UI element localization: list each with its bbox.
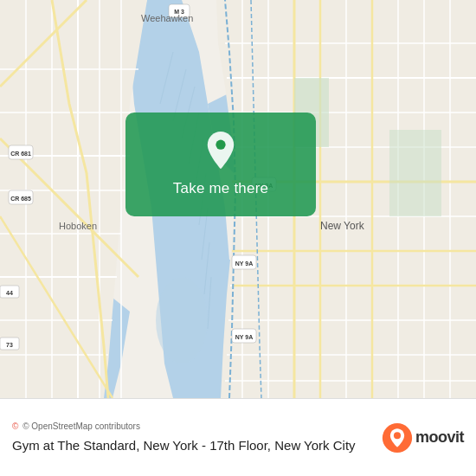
moovit-text: moovit [415,428,464,447]
map-container: NY 9A NY 9A NY 9A CR 681 CR 685 44 73 M … [0,0,476,398]
svg-text:CR 685: CR 685 [10,196,31,202]
bottom-bar: © © OpenStreetMap contributors Gym at Th… [0,398,476,476]
svg-point-79 [156,277,208,363]
take-me-there-button[interactable]: Take me there [125,113,316,216]
svg-point-80 [215,140,225,150]
location-title: Gym at The Standard, New York - 17th Flo… [12,436,373,454]
moovit-icon [382,422,413,453]
svg-text:NY 9A: NY 9A [235,261,254,267]
osm-credit-text: © OpenStreetMap contributors [23,421,140,431]
copyright-icon: © [12,421,18,431]
osm-credit: © © OpenStreetMap contributors [12,421,373,431]
svg-text:73: 73 [6,342,13,348]
bottom-text-block: © © OpenStreetMap contributors Gym at Th… [12,421,373,454]
location-pin-icon [200,132,241,173]
svg-rect-66 [389,130,441,216]
take-me-there-label: Take me there [173,180,268,197]
svg-text:Weehawken: Weehawken [141,13,193,23]
svg-text:44: 44 [6,290,13,296]
svg-text:Hoboken: Hoboken [59,221,97,231]
moovit-logo: moovit [382,422,464,453]
svg-point-82 [394,432,401,439]
svg-text:CR 681: CR 681 [10,151,31,157]
svg-text:NY 9A: NY 9A [235,334,254,340]
svg-text:New York: New York [320,220,365,232]
